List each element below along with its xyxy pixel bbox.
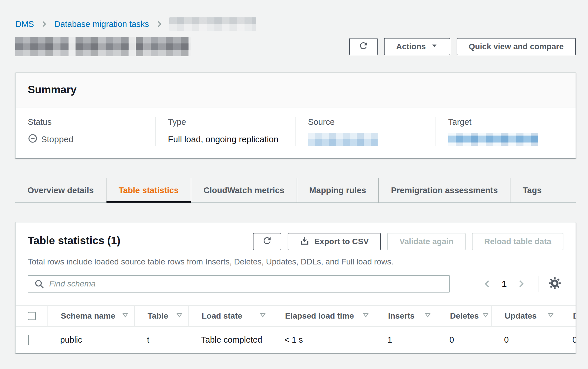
filter-row: 1 — [28, 275, 563, 293]
task-detail-tabs: Overview details Table statistics CloudW… — [15, 178, 576, 203]
export-to-csv-button[interactable]: Export to CSV — [288, 233, 381, 250]
cell-schema-name: public — [47, 335, 134, 345]
status-label: Status — [28, 117, 146, 127]
source-label: Source — [308, 117, 427, 127]
sort-icon[interactable] — [547, 311, 554, 321]
column-header-inserts[interactable]: Inserts — [375, 306, 437, 326]
sort-icon[interactable] — [122, 311, 129, 321]
breadcrumb-current-redacted — [169, 17, 256, 31]
reload-table-data-button[interactable]: Reload table data — [472, 233, 563, 250]
tab-premigration-assessments[interactable]: Premigration assessments — [379, 178, 510, 202]
current-page-number: 1 — [498, 279, 511, 289]
table-row[interactable]: public t Table completed < 1 s 1 0 0 0 — [16, 327, 576, 353]
type-label: Type — [168, 117, 286, 127]
tab-table-statistics[interactable]: Table statistics — [106, 178, 191, 202]
row-checkbox[interactable] — [28, 335, 29, 345]
sort-icon[interactable] — [424, 311, 431, 321]
chevron-right-icon — [155, 20, 163, 28]
table-statistics-actions: Export to CSV Validate again Reload tabl… — [253, 233, 563, 250]
table-refresh-button[interactable] — [253, 233, 281, 250]
export-to-csv-label: Export to CSV — [314, 237, 369, 246]
summary-source-column: Source — [295, 117, 436, 146]
dms-task-page: DMS Database migration tasks Actions — [0, 0, 588, 369]
source-value-redacted-link[interactable] — [308, 133, 378, 146]
sort-icon[interactable] — [482, 311, 489, 321]
table-statistics-title: Table statistics (1) — [28, 233, 120, 247]
quick-view-and-compare-button[interactable]: Quick view and compare — [457, 38, 576, 55]
header-actions: Actions Quick view and compare — [349, 38, 576, 55]
summary-body: Status Stopped Type Full load, ongoing r… — [16, 107, 576, 158]
cell-deletes: 0 — [437, 335, 491, 345]
cell-inserts: 1 — [375, 335, 437, 345]
column-header-ddls-truncated[interactable]: D — [560, 306, 576, 326]
column-header-updates[interactable]: Updates — [491, 306, 560, 326]
breadcrumb: DMS Database migration tasks — [15, 17, 576, 31]
reload-table-data-label: Reload table data — [484, 237, 551, 246]
sort-icon[interactable] — [362, 311, 370, 321]
table-header-row: Schema name Table Load state Elapsed loa… — [16, 305, 576, 327]
column-header-table[interactable]: Table — [134, 306, 188, 326]
page-header: Actions Quick view and compare — [15, 37, 576, 56]
column-header-schema-name[interactable]: Schema name — [47, 306, 134, 326]
target-label: Target — [448, 117, 567, 127]
caret-down-icon — [431, 42, 438, 52]
quick-view-button-label: Quick view and compare — [469, 42, 564, 51]
chevron-right-icon — [40, 20, 48, 28]
search-icon — [34, 279, 45, 291]
table-statistics-card: Table statistics (1) Export to CSV — [15, 222, 576, 353]
column-header-elapsed-load-time[interactable]: Elapsed load time — [272, 306, 375, 326]
sort-icon[interactable] — [176, 311, 183, 321]
tab-overview-details[interactable]: Overview details — [15, 178, 106, 202]
refresh-icon — [262, 235, 272, 248]
pagination-divider — [539, 276, 539, 292]
summary-title: Summary — [28, 84, 563, 96]
cell-elapsed-load-time: < 1 s — [272, 335, 375, 345]
tab-tags[interactable]: Tags — [510, 178, 554, 202]
summary-card: Summary Status Stopped Type Full load, o… — [15, 72, 576, 158]
tab-cloudwatch-metrics[interactable]: CloudWatch metrics — [191, 178, 297, 202]
sort-icon[interactable] — [259, 311, 267, 321]
column-header-deletes[interactable]: Deletes — [437, 306, 491, 326]
breadcrumb-dms-link[interactable]: DMS — [15, 19, 34, 29]
schema-search — [28, 275, 450, 293]
tab-mapping-rules[interactable]: Mapping rules — [297, 178, 379, 202]
type-value: Full load, ongoing replication — [168, 133, 286, 146]
validate-again-button[interactable]: Validate again — [387, 233, 466, 250]
statistics-table: Schema name Table Load state Elapsed loa… — [16, 305, 576, 353]
pagination: 1 — [479, 275, 563, 293]
column-header-load-state[interactable]: Load state — [188, 306, 272, 326]
table-statistics-description: Total rows include loaded source table r… — [28, 257, 563, 266]
preferences-button[interactable] — [546, 275, 563, 293]
find-schema-input[interactable] — [28, 275, 450, 293]
actions-button-label: Actions — [396, 42, 426, 51]
stopped-status-icon — [28, 134, 38, 145]
summary-target-column: Target — [436, 117, 576, 146]
validate-again-label: Validate again — [399, 237, 453, 246]
previous-page-button[interactable] — [479, 276, 495, 292]
refresh-icon — [358, 41, 369, 53]
summary-header: Summary — [16, 73, 576, 107]
cell-table: t — [134, 335, 188, 345]
target-value-redacted-link[interactable] — [448, 133, 538, 146]
page-title-redacted — [15, 37, 191, 56]
summary-type-column: Type Full load, ongoing replication — [155, 117, 295, 146]
cell-updates: 0 — [491, 335, 560, 345]
download-icon — [300, 236, 310, 248]
status-value: Stopped — [41, 134, 74, 144]
cell-load-state: Table completed — [188, 335, 272, 345]
select-all-checkbox[interactable] — [28, 312, 36, 320]
gear-icon — [548, 277, 561, 291]
summary-status-column: Status Stopped — [16, 117, 155, 146]
next-page-button[interactable] — [513, 276, 529, 292]
breadcrumb-tasks-link[interactable]: Database migration tasks — [54, 19, 149, 29]
cell-ddls-truncated: 0 — [560, 335, 576, 345]
actions-button[interactable]: Actions — [384, 38, 450, 55]
table-statistics-header: Table statistics (1) Export to CSV — [28, 233, 563, 250]
refresh-button[interactable] — [349, 38, 378, 55]
